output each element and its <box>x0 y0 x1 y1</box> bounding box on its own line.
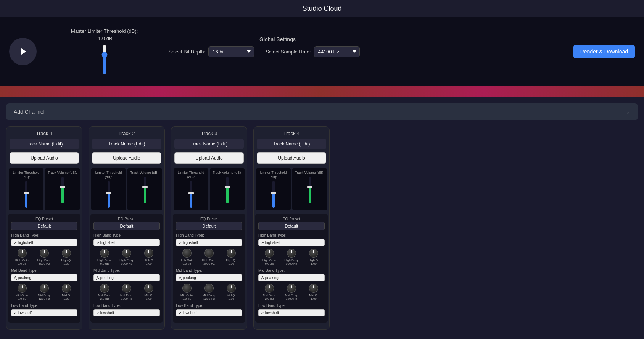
high-q-knob-4[interactable] <box>309 249 318 258</box>
low-band-type-select-2[interactable]: ↙ lowshelf peaking lowpass <box>93 309 160 316</box>
upload-audio-btn-4[interactable]: Upload Audio <box>257 152 326 164</box>
eq-preset-label-1: EQ Preset <box>11 217 77 221</box>
high-freq-label-1: High Freq:3000 Hz <box>37 258 52 265</box>
mid-freq-knob-1[interactable] <box>40 284 49 293</box>
eq-preset-label-2: EQ Preset <box>93 217 160 221</box>
volume-fader-group-2: Track Volume (dB): <box>127 168 162 210</box>
high-knobs-row-2 <box>93 249 160 258</box>
mid-freq-label-1: Mid Freq:1200 Hz <box>37 294 52 300</box>
volume-fader-track-1 <box>61 177 64 203</box>
high-q-knob-1[interactable] <box>62 249 71 258</box>
high-band-type-select-2[interactable]: ↗ highshelf peaking highpass <box>93 239 160 246</box>
mid-freq-knob-2[interactable] <box>122 284 131 293</box>
track-name-btn-3[interactable]: Track Name (Edit) <box>174 139 244 149</box>
mid-freq-knob-3[interactable] <box>204 284 214 293</box>
master-limiter-slider[interactable] <box>103 44 106 75</box>
eq-preset-select-3[interactable]: Default Flat Boost Bass Boost Treble <box>176 222 242 230</box>
eq-preset-label-3: EQ Preset <box>176 217 242 221</box>
high-band-type-select-1[interactable]: ↗ highshelf peaking highpass <box>11 239 77 246</box>
high-q-knob-3[interactable] <box>227 249 236 258</box>
upload-audio-btn-2[interactable]: Upload Audio <box>92 152 161 164</box>
mid-q-knob-4[interactable] <box>309 284 318 293</box>
limiter-fader-group-4: Limiter Threshold (dB): <box>256 168 291 210</box>
low-band-type-select-3[interactable]: ↙ lowshelf peaking lowpass <box>176 309 242 316</box>
volume-fader-group-1: Track Volume (dB): <box>45 168 80 210</box>
low-band-type-select-1[interactable]: ↙ lowshelf peaking lowpass <box>11 309 77 316</box>
bit-depth-label: Select Bit Depth: <box>168 49 205 55</box>
mid-q-knob-2[interactable] <box>144 284 153 293</box>
high-knob-labels-4: High Gain:6.0 dB High Freq:3000 Hz High … <box>258 258 325 265</box>
high-gain-knob-2[interactable] <box>100 249 109 258</box>
bit-depth-select[interactable]: 16 bit 24 bit 32 bit <box>208 46 254 57</box>
mid-knob-labels-2: Mid Gain:2.0 dB Mid Freq:1200 Hz Mid Q:1… <box>93 294 160 300</box>
upload-audio-btn-3[interactable]: Upload Audio <box>174 152 244 164</box>
sample-rate-select[interactable]: 44100 Hz 48000 Hz 96000 Hz <box>314 46 360 57</box>
high-freq-knob-3[interactable] <box>204 249 214 258</box>
mid-band-label-2: Mid Band Type: <box>93 268 160 273</box>
eq-section-2: EQ Preset Default Flat Boost Bass Boost … <box>90 214 163 323</box>
faders-section-1: Limiter Threshold (dB): Track Volume (dB… <box>6 168 82 211</box>
track-name-btn-4[interactable]: Track Name (Edit) <box>257 139 326 149</box>
play-icon <box>17 46 29 57</box>
mid-gain-knob-1[interactable] <box>18 284 27 293</box>
render-download-button[interactable]: Render & Download <box>573 45 635 58</box>
track-name-btn-2[interactable]: Track Name (Edit) <box>92 139 161 149</box>
bit-depth-group: Select Bit Depth: 16 bit 24 bit 32 bit <box>168 46 254 57</box>
mid-knobs-row-4 <box>258 284 325 293</box>
high-freq-knob-4[interactable] <box>287 249 296 258</box>
volume-fader-track-4 <box>309 177 311 203</box>
mid-band-type-select-3[interactable]: ⋀ peaking highshelf lowshelf <box>176 274 242 281</box>
eq-section-4: EQ Preset Default Flat Boost Bass Boost … <box>255 214 328 323</box>
track-name-btn-1[interactable]: Track Name (Edit) <box>10 139 79 149</box>
mid-gain-knob-4[interactable] <box>265 284 274 293</box>
high-band-label-2: High Band Type: <box>93 233 160 237</box>
eq-preset-select-1[interactable]: Default Flat Boost Bass Boost Treble <box>11 222 77 230</box>
high-band-type-select-3[interactable]: ↗ highshelf peaking highpass <box>176 239 242 246</box>
high-band-type-select-4[interactable]: ↗ highshelf peaking highpass <box>258 239 325 246</box>
low-band-type-select-4[interactable]: ↙ lowshelf peaking lowpass <box>258 309 325 316</box>
high-knob-labels-1: High Gain:6.0 dB High Freq:3000 Hz High … <box>11 258 77 265</box>
mid-band-type-select-4[interactable]: ⋀ peaking highshelf lowshelf <box>258 274 325 281</box>
limiter-fader-track-3 <box>190 181 192 208</box>
limiter-fader-track-4 <box>272 181 275 208</box>
high-q-knob-2[interactable] <box>144 249 153 258</box>
mid-freq-label-2: Mid Freq:1200 Hz <box>119 294 134 300</box>
eq-preset-select-4[interactable]: Default Flat Boost Bass Boost Treble <box>258 222 325 230</box>
high-band-section-2: High Band Type: ↗ highshelf peaking high… <box>93 233 160 265</box>
high-gain-knob-1[interactable] <box>18 249 27 258</box>
high-band-label-4: High Band Type: <box>258 233 325 237</box>
limiter-fader-group-1: Limiter Threshold (dB): <box>9 168 43 210</box>
high-knob-labels-2: High Gain:6.0 dB High Freq:3000 Hz High … <box>93 258 160 265</box>
title-bar: Studio Cloud <box>0 0 644 17</box>
mid-freq-knob-4[interactable] <box>287 284 296 293</box>
eq-preset-select-2[interactable]: Default Flat Boost Bass Boost Treble <box>93 222 160 230</box>
volume-fader-label-3: Track Volume (dB): <box>213 171 242 175</box>
limiter-fader-group-3: Limiter Threshold (dB): <box>174 168 208 210</box>
mid-gain-knob-3[interactable] <box>182 284 192 293</box>
mid-q-label-1: Mid Q:1.00 <box>59 294 74 300</box>
app-title: Studio Cloud <box>302 5 341 12</box>
eq-preset-label-4: EQ Preset <box>258 217 325 221</box>
mid-knobs-row-2 <box>93 284 160 293</box>
add-channel-bar[interactable]: Add Channel ⌄ <box>6 103 638 120</box>
mid-freq-label-4: Mid Freq:1200 Hz <box>284 294 299 300</box>
high-freq-knob-1[interactable] <box>40 249 49 258</box>
high-band-label-1: High Band Type: <box>11 233 77 237</box>
play-button[interactable] <box>9 38 37 65</box>
mid-q-knob-3[interactable] <box>227 284 236 293</box>
mid-band-label-3: Mid Band Type: <box>176 268 242 273</box>
high-freq-knob-2[interactable] <box>122 249 131 258</box>
mid-knobs-row-1 <box>11 284 77 293</box>
mid-q-label-3: Mid Q:1.00 <box>224 294 239 300</box>
tracks-area: Track 1 Track Name (Edit) Upload Audio L… <box>0 126 644 336</box>
mid-q-knob-1[interactable] <box>62 284 71 293</box>
sample-rate-group: Select Sample Rate: 44100 Hz 48000 Hz 96… <box>266 46 360 57</box>
upload-audio-btn-1[interactable]: Upload Audio <box>10 152 79 164</box>
high-knob-labels-3: High Gain:6.0 dB High Freq:3000 Hz High … <box>176 258 242 265</box>
low-band-label-3: Low Band Type: <box>176 303 242 308</box>
mid-band-type-select-2[interactable]: ⋀ peaking highshelf lowshelf <box>93 274 160 281</box>
high-gain-knob-4[interactable] <box>265 249 274 258</box>
mid-gain-knob-2[interactable] <box>100 284 109 293</box>
high-gain-knob-3[interactable] <box>182 249 192 258</box>
mid-band-type-select-1[interactable]: ⋀ peaking highshelf lowshelf <box>11 274 77 281</box>
